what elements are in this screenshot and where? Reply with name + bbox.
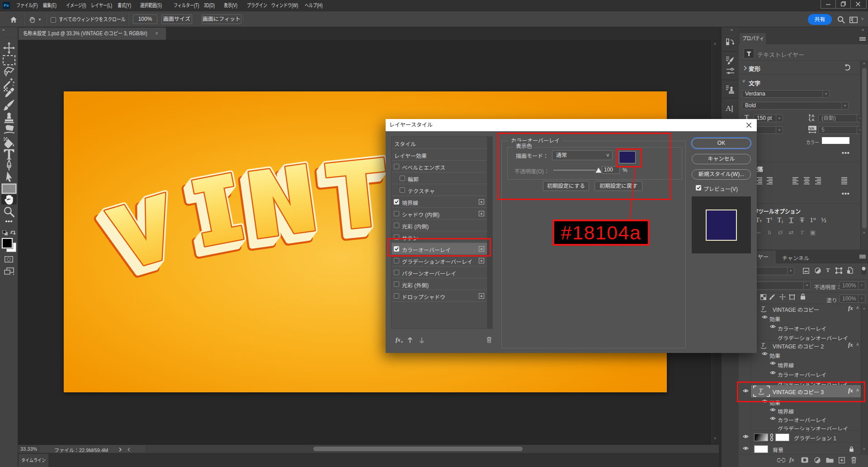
svg-text:T: T <box>761 305 765 311</box>
svg-text:A: A <box>811 118 815 122</box>
svg-text:T: T <box>761 342 765 348</box>
svg-text:VA: VA <box>809 126 815 131</box>
